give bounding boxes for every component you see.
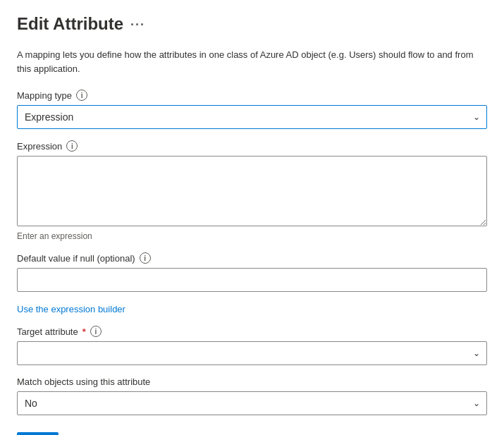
target-attribute-required-indicator: * bbox=[82, 326, 86, 337]
match-objects-select-wrapper: No Yes ⌄ bbox=[17, 391, 487, 415]
expression-textarea[interactable] bbox=[17, 156, 487, 226]
match-objects-label: Match objects using this attribute bbox=[17, 376, 487, 387]
default-value-label: Default value if null (optional) i bbox=[17, 252, 487, 264]
expression-builder-link[interactable]: Use the expression builder bbox=[17, 304, 125, 314]
header-row: Edit Attribute ··· bbox=[17, 14, 487, 34]
match-objects-select[interactable]: No Yes bbox=[17, 391, 487, 415]
mapping-type-select-wrapper: Expression Direct Constant ⌄ bbox=[17, 105, 487, 129]
target-attribute-info-icon[interactable]: i bbox=[90, 326, 102, 337]
default-value-info-icon[interactable]: i bbox=[140, 252, 151, 264]
mapping-type-select[interactable]: Expression Direct Constant bbox=[17, 105, 487, 129]
target-attribute-label: Target attribute * i bbox=[17, 326, 487, 337]
page-title: Edit Attribute bbox=[17, 14, 123, 34]
target-attribute-field: Target attribute * i ⌄ bbox=[17, 326, 487, 365]
more-options-icon[interactable]: ··· bbox=[130, 18, 145, 32]
match-objects-field: Match objects using this attribute No Ye… bbox=[17, 376, 487, 415]
mapping-type-info-icon[interactable]: i bbox=[76, 90, 87, 101]
expression-field: Expression i Enter an expression bbox=[17, 140, 487, 241]
default-value-field: Default value if null (optional) i bbox=[17, 252, 487, 292]
mapping-type-field: Mapping type i Expression Direct Constan… bbox=[17, 90, 487, 129]
mapping-type-label: Mapping type i bbox=[17, 90, 487, 101]
target-attribute-select-wrapper: ⌄ bbox=[17, 341, 487, 365]
expression-info-icon[interactable]: i bbox=[66, 140, 78, 152]
page-container: Edit Attribute ··· A mapping lets you de… bbox=[0, 0, 504, 435]
expression-hint: Enter an expression bbox=[17, 231, 487, 241]
ok-button[interactable]: Ok bbox=[17, 432, 59, 435]
target-attribute-select[interactable] bbox=[17, 341, 487, 365]
expression-label: Expression i bbox=[17, 140, 487, 152]
default-value-input[interactable] bbox=[17, 268, 487, 292]
description-text: A mapping lets you define how the attrib… bbox=[17, 48, 487, 75]
